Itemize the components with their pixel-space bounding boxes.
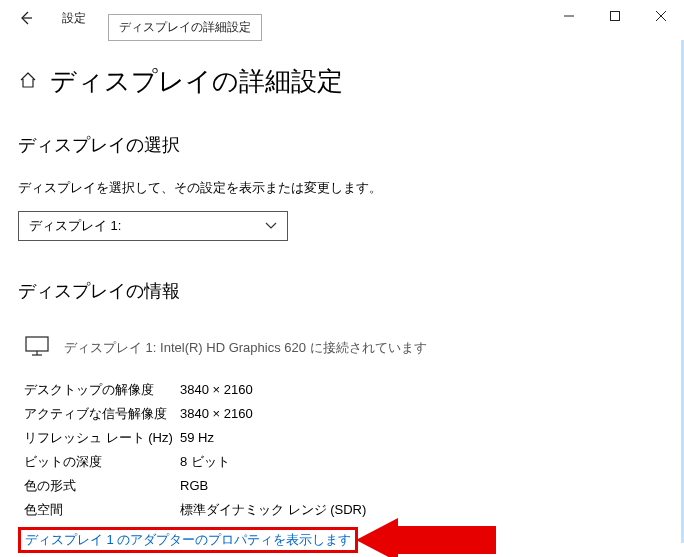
close-button[interactable]	[638, 0, 684, 32]
app-title: 設定	[62, 10, 86, 27]
arrow-left-icon	[18, 10, 34, 26]
spec-label: デスクトップの解像度	[24, 378, 180, 402]
home-icon[interactable]	[18, 70, 38, 93]
spec-row: リフレッシュ レート (Hz)59 Hz	[24, 426, 666, 450]
back-button[interactable]	[10, 2, 42, 34]
monitor-icon	[24, 335, 50, 360]
svg-rect-2	[611, 12, 620, 21]
minimize-button[interactable]	[546, 0, 592, 32]
window-controls	[546, 0, 684, 32]
connection-row: ディスプレイ 1: Intel(R) HD Graphics 620 に接続され…	[18, 335, 666, 360]
spec-value: 3840 × 2160	[180, 378, 253, 402]
connection-text: ディスプレイ 1: Intel(R) HD Graphics 620 に接続され…	[64, 339, 427, 357]
spec-table: デスクトップの解像度3840 × 2160 アクティブな信号解像度3840 × …	[24, 378, 666, 522]
spec-label: ビットの深度	[24, 450, 180, 474]
svg-rect-5	[26, 337, 48, 351]
adapter-properties-link[interactable]: ディスプレイ 1 のアダプターのプロパティを表示します	[25, 532, 351, 547]
spec-row: 色の形式RGB	[24, 474, 666, 498]
spec-row: デスクトップの解像度3840 × 2160	[24, 378, 666, 402]
select-help-text: ディスプレイを選択して、その設定を表示または変更します。	[18, 179, 666, 197]
spec-value: 3840 × 2160	[180, 402, 253, 426]
spec-row: 色空間標準ダイナミック レンジ (SDR)	[24, 498, 666, 522]
spec-label: リフレッシュ レート (Hz)	[24, 426, 180, 450]
spec-value: 59 Hz	[180, 426, 214, 450]
page-header: ディスプレイの詳細設定	[18, 64, 666, 99]
spec-row: ビットの深度8 ビット	[24, 450, 666, 474]
page-title: ディスプレイの詳細設定	[50, 64, 343, 99]
close-icon	[655, 10, 667, 22]
spec-label: 色の形式	[24, 474, 180, 498]
maximize-icon	[609, 10, 621, 22]
spec-label: 色空間	[24, 498, 180, 522]
adapter-link-row: ディスプレイ 1 のアダプターのプロパティを表示します	[18, 526, 666, 554]
maximize-button[interactable]	[592, 0, 638, 32]
arrow-head-icon	[356, 518, 398, 557]
minimize-icon	[563, 10, 575, 22]
spec-row: アクティブな信号解像度3840 × 2160	[24, 402, 666, 426]
arrow-body	[396, 526, 496, 554]
dropdown-value: ディスプレイ 1:	[29, 217, 121, 235]
spec-value: RGB	[180, 474, 208, 498]
spec-value: 8 ビット	[180, 450, 230, 474]
select-section-title: ディスプレイの選択	[18, 133, 666, 157]
callout-highlight: ディスプレイ 1 のアダプターのプロパティを表示します	[18, 527, 358, 553]
display-dropdown[interactable]: ディスプレイ 1:	[18, 211, 288, 241]
titlebar: 設定 ディスプレイの詳細設定	[0, 0, 684, 36]
info-section-title: ディスプレイの情報	[18, 279, 666, 303]
callout-arrow	[356, 518, 496, 557]
chevron-down-icon	[265, 221, 277, 232]
spec-label: アクティブな信号解像度	[24, 402, 180, 426]
tooltip: ディスプレイの詳細設定	[108, 14, 262, 41]
spec-value: 標準ダイナミック レンジ (SDR)	[180, 498, 366, 522]
